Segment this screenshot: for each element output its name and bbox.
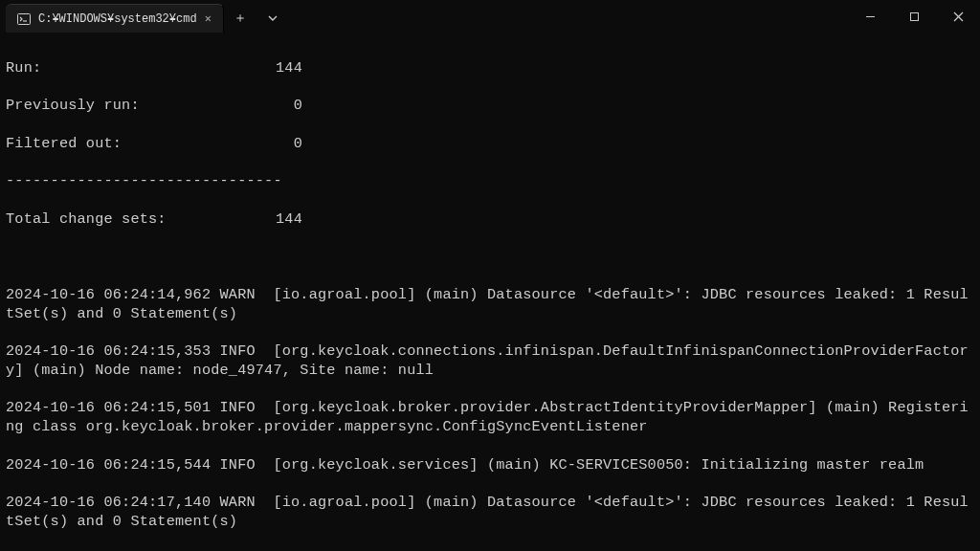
tab-cmd[interactable]: C:¥WINDOWS¥system32¥cmd ✕ <box>6 4 224 33</box>
log-line: 2024-10-16 06:24:15,353 INFO [org.keyclo… <box>6 342 974 381</box>
window-controls <box>848 0 980 33</box>
log-line: 2024-10-16 06:24:15,501 INFO [org.keyclo… <box>6 399 974 437</box>
terminal-icon <box>17 12 31 26</box>
stat-run: Run:144 <box>6 59 302 78</box>
stat-prev-value: 0 <box>294 97 302 116</box>
stat-filtered-label: Filtered out: <box>6 135 122 154</box>
stat-filtered: Filtered out:0 <box>6 135 302 154</box>
maximize-button[interactable] <box>892 0 936 33</box>
svg-rect-0 <box>18 13 31 24</box>
stat-prev-label: Previously run: <box>6 97 140 116</box>
minimize-button[interactable] <box>848 0 892 33</box>
log-line: 2024-10-16 06:24:14,962 WARN [io.agroal.… <box>6 286 974 324</box>
log-line: 2024-10-16 06:24:17,140 WARN [io.agroal.… <box>6 494 974 532</box>
stat-run-value: 144 <box>276 59 302 78</box>
stat-filtered-value: 0 <box>294 135 302 154</box>
new-tab-button[interactable]: ＋ <box>224 4 256 33</box>
tabs-area: C:¥WINDOWS¥system32¥cmd ✕ ＋ <box>0 0 289 33</box>
stat-total: Total change sets:144 <box>6 210 302 230</box>
stat-total-value: 144 <box>276 210 302 230</box>
stat-run-label: Run: <box>6 59 41 78</box>
log-line: 2024-10-16 06:24:15,544 INFO [org.keyclo… <box>6 456 974 475</box>
tab-dropdown-button[interactable] <box>256 4 289 33</box>
tab-label: C:¥WINDOWS¥system32¥cmd <box>38 12 197 26</box>
titlebar: C:¥WINDOWS¥system32¥cmd ✕ ＋ <box>0 0 980 33</box>
stat-separator: ------------------------------- <box>6 172 974 191</box>
close-tab-icon[interactable]: ✕ <box>205 11 212 26</box>
terminal-output[interactable]: Run:144 Previously run:0 Filtered out:0 … <box>0 33 980 551</box>
close-window-button[interactable] <box>936 0 980 33</box>
svg-rect-3 <box>910 12 918 20</box>
stat-prev: Previously run:0 <box>6 97 302 116</box>
stat-total-label: Total change sets: <box>6 210 167 230</box>
